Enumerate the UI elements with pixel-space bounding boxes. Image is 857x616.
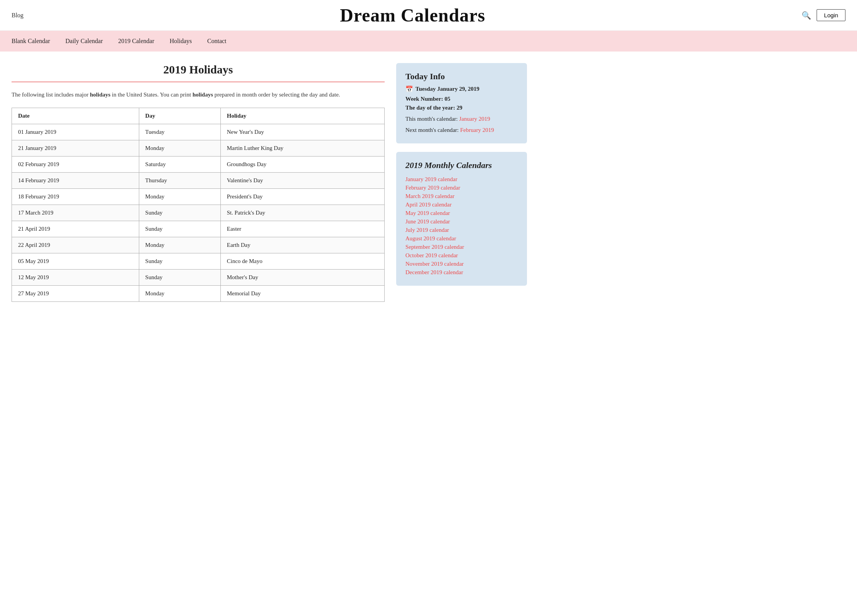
nav-item-blank-calendar[interactable]: Blank Calendar xyxy=(12,31,65,52)
cell-holiday: Easter xyxy=(220,221,384,237)
cell-holiday: Martin Luther King Day xyxy=(220,140,384,156)
list-item: May 2019 calendar xyxy=(405,210,518,216)
list-item: September 2019 calendar xyxy=(405,243,518,250)
week-number-row: Week Number: 05 xyxy=(405,96,518,102)
table-row: 22 April 2019MondayEarth Day xyxy=(12,237,385,253)
sidebar: Today Info 📅 Tuesday January 29, 2019 We… xyxy=(396,63,527,302)
this-month-label: This month's calendar: January 2019 xyxy=(405,116,518,122)
cell-date: 17 March 2019 xyxy=(12,205,139,221)
cell-holiday: Valentine's Day xyxy=(220,173,384,189)
cell-day: Monday xyxy=(139,140,220,156)
cell-day: Monday xyxy=(139,286,220,302)
cell-date: 21 April 2019 xyxy=(12,221,139,237)
table-row: 01 January 2019TuesdayNew Year's Day xyxy=(12,124,385,140)
cell-holiday: New Year's Day xyxy=(220,124,384,140)
cell-day: Saturday xyxy=(139,156,220,173)
monthly-calendar-link[interactable]: January 2019 calendar xyxy=(405,176,457,182)
nav-item-daily-calendar[interactable]: Daily Calendar xyxy=(65,31,118,52)
cell-holiday: Earth Day xyxy=(220,237,384,253)
site-header: Blog Dream Calendars 🔍 Login xyxy=(0,0,857,31)
monthly-list: January 2019 calendarFebruary 2019 calen… xyxy=(405,176,518,276)
cell-holiday: President's Day xyxy=(220,189,384,205)
monthly-calendar-link[interactable]: April 2019 calendar xyxy=(405,201,452,208)
nav-item-holidays[interactable]: Holidays xyxy=(170,31,207,52)
cell-day: Sunday xyxy=(139,221,220,237)
cell-date: 22 April 2019 xyxy=(12,237,139,253)
day-of-year-row: The day of the year: 29 xyxy=(405,105,518,111)
cell-date: 01 January 2019 xyxy=(12,124,139,140)
page-title: 2019 Holidays xyxy=(12,63,385,76)
list-item: August 2019 calendar xyxy=(405,235,518,242)
cell-date: 05 May 2019 xyxy=(12,253,139,270)
this-month-link[interactable]: January 2019 xyxy=(459,116,490,122)
cell-date: 12 May 2019 xyxy=(12,270,139,286)
list-item: December 2019 calendar xyxy=(405,269,518,276)
nav-item-2019-calendar[interactable]: 2019 Calendar xyxy=(118,31,170,52)
table-row: 17 March 2019SundaySt. Patrick's Day xyxy=(12,205,385,221)
table-row: 21 January 2019MondayMartin Luther King … xyxy=(12,140,385,156)
monthly-calendar-link[interactable]: August 2019 calendar xyxy=(405,235,456,241)
site-title: Dream Calendars xyxy=(340,5,485,26)
cell-date: 14 February 2019 xyxy=(12,173,139,189)
cell-date: 02 February 2019 xyxy=(12,156,139,173)
list-item: June 2019 calendar xyxy=(405,218,518,225)
cell-day: Sunday xyxy=(139,253,220,270)
col-date: Date xyxy=(12,108,139,124)
cell-day: Tuesday xyxy=(139,124,220,140)
list-item: April 2019 calendar xyxy=(405,201,518,208)
table-row: 27 May 2019MondayMemorial Day xyxy=(12,286,385,302)
main-content: 2019 Holidays The following list include… xyxy=(12,63,385,302)
today-date: 📅 Tuesday January 29, 2019 xyxy=(405,85,518,93)
cell-holiday: Mother's Day xyxy=(220,270,384,286)
monthly-calendar-link[interactable]: November 2019 calendar xyxy=(405,261,464,267)
cell-holiday: St. Patrick's Day xyxy=(220,205,384,221)
today-info-title: Today Info xyxy=(405,72,518,82)
monthly-calendar-link[interactable]: October 2019 calendar xyxy=(405,252,458,258)
table-row: 14 February 2019ThursdayValentine's Day xyxy=(12,173,385,189)
table-header-row: Date Day Holiday xyxy=(12,108,385,124)
monthly-calendar-link[interactable]: February 2019 calendar xyxy=(405,185,460,191)
next-month-label: Next month's calendar: February 2019 xyxy=(405,127,518,133)
table-row: 02 February 2019SaturdayGroundhogs Day xyxy=(12,156,385,173)
holidays-table: Date Day Holiday 01 January 2019TuesdayN… xyxy=(12,108,385,302)
next-month-link[interactable]: February 2019 xyxy=(460,127,494,133)
main-nav: Blank Calendar Daily Calendar 2019 Calen… xyxy=(0,31,857,52)
cell-day: Monday xyxy=(139,189,220,205)
cell-day: Sunday xyxy=(139,270,220,286)
login-button[interactable]: Login xyxy=(817,9,845,21)
cell-holiday: Memorial Day xyxy=(220,286,384,302)
cell-day: Thursday xyxy=(139,173,220,189)
list-item: February 2019 calendar xyxy=(405,184,518,191)
cell-day: Monday xyxy=(139,237,220,253)
list-item: March 2019 calendar xyxy=(405,193,518,200)
monthly-calendar-link[interactable]: September 2019 calendar xyxy=(405,244,464,250)
monthly-calendar-link[interactable]: May 2019 calendar xyxy=(405,210,450,216)
search-icon[interactable]: 🔍 xyxy=(802,11,811,20)
cell-holiday: Cinco de Mayo xyxy=(220,253,384,270)
blog-link[interactable]: Blog xyxy=(12,12,23,19)
col-holiday: Holiday xyxy=(220,108,384,124)
list-item: July 2019 calendar xyxy=(405,226,518,233)
table-row: 18 February 2019MondayPresident's Day xyxy=(12,189,385,205)
main-layout: 2019 Holidays The following list include… xyxy=(0,52,539,313)
nav-item-contact[interactable]: Contact xyxy=(207,31,242,52)
cell-holiday: Groundhogs Day xyxy=(220,156,384,173)
monthly-calendar-link[interactable]: July 2019 calendar xyxy=(405,227,449,233)
list-item: November 2019 calendar xyxy=(405,260,518,267)
table-row: 12 May 2019SundayMother's Day xyxy=(12,270,385,286)
table-row: 05 May 2019SundayCinco de Mayo xyxy=(12,253,385,270)
today-info-box: Today Info 📅 Tuesday January 29, 2019 We… xyxy=(396,63,527,143)
cell-date: 27 May 2019 xyxy=(12,286,139,302)
monthly-calendars-box: 2019 Monthly Calendars January 2019 cale… xyxy=(396,152,527,286)
cell-date: 18 February 2019 xyxy=(12,189,139,205)
title-divider xyxy=(12,82,385,82)
calendar-icon: 📅 xyxy=(405,85,413,93)
header-actions: 🔍 Login xyxy=(802,9,845,21)
col-day: Day xyxy=(139,108,220,124)
monthly-calendar-link[interactable]: December 2019 calendar xyxy=(405,269,463,275)
monthly-calendar-link[interactable]: June 2019 calendar xyxy=(405,218,450,225)
monthly-calendar-link[interactable]: March 2019 calendar xyxy=(405,193,454,199)
intro-paragraph: The following list includes major holida… xyxy=(12,90,385,99)
cell-day: Sunday xyxy=(139,205,220,221)
monthly-title: 2019 Monthly Calendars xyxy=(405,160,518,170)
